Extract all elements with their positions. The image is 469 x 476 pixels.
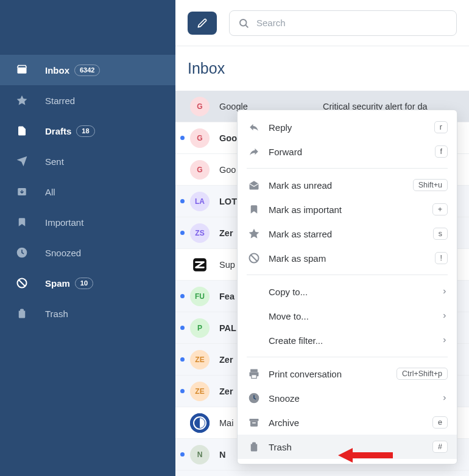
menu-separator [247,275,448,275]
menu-item-mark-as-starred[interactable]: Mark as starreds [238,222,457,246]
menu-item-label: Print conversation [269,369,397,379]
sidebar-item-all[interactable]: All [0,177,175,207]
context-menu: ReplyrForwardfMark as unreadShift+uMark … [237,110,457,464]
sidebar-item-important[interactable]: Important [0,207,175,237]
sidebar-item-starred[interactable]: Starred [0,85,175,116]
menu-separator [247,168,448,169]
chevron-right-icon [442,312,448,320]
trash-icon [15,307,29,320]
clock-icon [247,391,261,405]
sidebar: Inbox6342StarredDrafts18SentAllImportant… [0,0,175,476]
menu-item-mark-as-important[interactable]: Mark as important+ [238,197,457,222]
menu-item-label: Archive [269,418,432,428]
sidebar-item-label: Inbox [45,65,69,75]
header [175,0,469,46]
clock-icon [15,246,29,259]
ban-icon [247,251,261,265]
unread-dot-icon [180,294,185,298]
sidebar-badge: 10 [75,278,93,289]
sidebar-badge: 6342 [74,65,100,76]
unread-dot-icon [180,452,185,457]
menu-item-create-filter[interactable]: Create filter... [238,328,457,352]
menu-item-move-to[interactable]: Move to... [238,304,457,328]
menu-item-print-conversation[interactable]: Print conversationCtrl+Shift+p [238,362,457,386]
avatar: LA [190,192,210,211]
svg-rect-15 [252,375,256,379]
menu-shortcut: e [432,416,448,429]
menu-shortcut: r [434,121,448,133]
sidebar-item-label: Snoozed [45,248,81,258]
sidebar-item-label: Drafts [45,126,71,136]
menu-item-label: Snooze [269,393,442,404]
avatar [190,413,210,433]
chevron-right-icon [442,287,448,296]
unread-dot-icon [180,357,185,362]
sidebar-item-trash[interactable]: Trash [0,298,175,329]
inbox-icon [15,63,29,77]
page-title: Inbox [175,46,469,91]
bookmark-icon [247,202,261,217]
avatar: G [190,128,210,148]
menu-shortcut: Ctrl+Shift+p [397,368,448,380]
svg-rect-17 [250,419,259,421]
avatar: ZE [190,382,210,401]
sidebar-item-sent[interactable]: Sent [0,146,175,177]
menu-item-label: Copy to... [269,287,442,297]
unread-dot-icon [180,136,185,140]
avatar: N [190,445,210,464]
search-icon [238,18,249,29]
bookmark-icon [15,215,29,229]
menu-item-mark-as-unread[interactable]: Mark as unreadShift+u [238,173,457,197]
unread-dot-icon [180,231,185,235]
sidebar-item-label: Starred [45,96,75,106]
menu-shortcut: # [432,441,448,453]
sidebar-item-label: Trash [45,309,68,319]
sidebar-item-label: Important [45,217,83,228]
chevron-right-icon [442,336,448,345]
unread-dot-icon [180,326,185,330]
trash-icon [247,439,261,454]
menu-item-label: Move to... [269,311,442,321]
menu-shortcut: f [435,145,448,158]
menu-item-reply[interactable]: Replyr [238,115,457,139]
reply-icon [247,120,261,135]
menu-item-label: Mark as important [269,205,432,215]
archive-down-icon [15,185,29,198]
sidebar-item-snoozed[interactable]: Snoozed [0,237,175,268]
email-row[interactable]: PPALLADIUMBRAND NEW PUFFER BOOT [175,471,469,476]
menu-item-trash[interactable]: Trash# [238,435,457,459]
menu-item-archive[interactable]: Archivee [238,410,457,435]
file-icon [15,124,29,138]
menu-item-copy-to[interactable]: Copy to... [238,279,457,304]
avatar: P [190,318,210,338]
sidebar-item-label: Spam [45,278,70,289]
svg-line-12 [251,255,258,262]
pencil-icon [197,18,207,28]
menu-item-mark-as-spam[interactable]: Mark as spam! [238,246,457,270]
print-icon [247,366,261,381]
menu-shortcut: ! [435,252,448,264]
unread-dot-icon [180,389,185,393]
menu-item-snooze[interactable]: Snooze [238,386,457,410]
sidebar-item-spam[interactable]: Spam10 [0,268,175,298]
svg-marker-0 [17,96,27,105]
menu-item-label: Mark as unread [269,180,413,191]
chevron-right-icon [442,394,448,402]
svg-line-6 [245,25,247,27]
compose-button[interactable] [188,12,217,35]
menu-shortcut: + [432,203,448,215]
svg-rect-13 [250,369,258,373]
avatar: ZE [190,350,210,369]
sidebar-item-drafts[interactable]: Drafts18 [0,116,175,146]
menu-item-forward[interactable]: Forwardf [238,139,457,164]
menu-item-label: Mark as starred [269,229,433,239]
menu-item-label: Mark as spam [269,253,435,264]
star-icon [15,94,29,107]
search-input-container[interactable] [229,10,457,36]
avatar [190,255,210,275]
sidebar-item-label: All [45,187,55,197]
search-input[interactable] [256,18,448,28]
sidebar-item-label: Sent [45,156,64,167]
avatar: G [190,97,210,116]
sidebar-item-inbox[interactable]: Inbox6342 [0,55,175,85]
